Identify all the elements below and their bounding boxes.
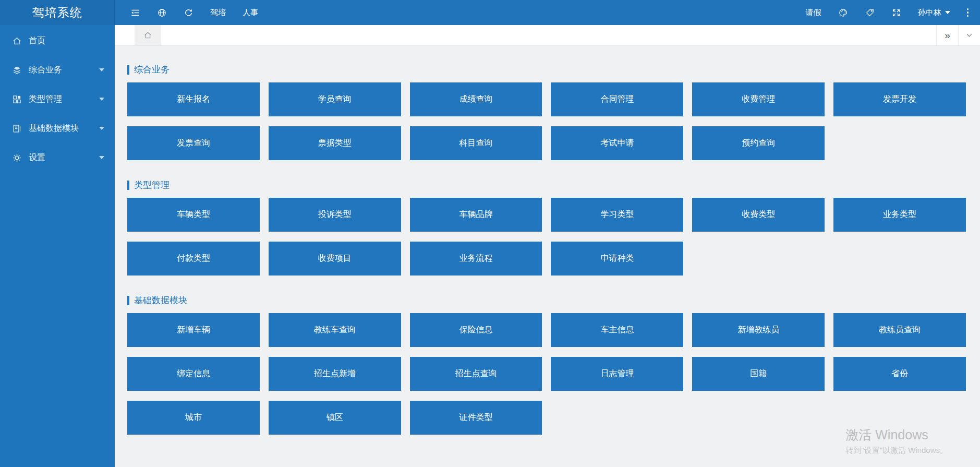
module-button[interactable]: 合同管理 [551,82,683,116]
module-button[interactable]: 收费管理 [692,82,825,116]
caret-down-icon [99,127,104,130]
more-menu-button[interactable] [959,0,977,25]
module-button[interactable]: 学员查询 [269,82,401,116]
refresh-icon [184,8,193,18]
topbar-nav-jiapei[interactable]: 驾培 [202,0,234,25]
module-button[interactable]: 国籍 [692,357,825,391]
module-button[interactable]: 收费项目 [269,242,401,276]
module-button[interactable]: 申请种类 [551,242,683,276]
module-button[interactable]: 教练车查询 [269,313,401,347]
module-button[interactable]: 保险信息 [410,313,542,347]
module-button[interactable]: 新增教练员 [692,313,825,347]
layers-icon [11,65,22,75]
section-title: 类型管理 [127,179,966,191]
module-button-grid: 新生报名学员查询成绩查询合同管理收费管理发票开发发票查询票据类型科目查询考试申请… [127,82,966,160]
sidebar-collapse-button[interactable] [122,0,149,25]
section-title-bar [127,181,129,190]
sidebar-item-label: 首页 [29,35,104,46]
double-arrow-right-icon: » [945,30,950,41]
module-button[interactable]: 车辆类型 [127,198,260,232]
module-button[interactable]: 绑定信息 [127,357,260,391]
sidebar-menu: 首页综合业务类型管理基础数据模块设置 [0,25,115,172]
module-button[interactable]: 证件类型 [410,401,542,435]
theme-button[interactable] [830,0,856,25]
leave-label: 请假 [806,8,821,18]
tab-scroll-right-button[interactable]: » [936,25,958,45]
caret-down-icon [99,156,104,159]
watermark-subtitle: 转到"设置"以激活 Windows。 [845,446,948,456]
section-title-bar [127,65,129,75]
module-button[interactable]: 业务流程 [410,242,542,276]
home-icon [143,31,152,40]
app-logo: 驾培系统 [0,0,115,25]
leave-request-button[interactable]: 请假 [797,0,830,25]
app-window: 驾培系统 首页综合业务类型管理基础数据模块设置 [0,0,980,467]
user-menu[interactable]: 孙中林 [910,0,959,25]
module-button[interactable]: 日志管理 [551,357,683,391]
section-title: 基础数据模块 [127,294,966,306]
module-button[interactable]: 发票查询 [127,126,260,160]
module-button[interactable]: 教练员查询 [833,313,966,347]
section-types: 类型管理车辆类型投诉类型车辆品牌学习类型收费类型业务类型付款类型收费项目业务流程… [127,179,966,276]
tabbar-spacer [161,25,936,45]
username-label: 孙中林 [918,8,941,18]
palette-icon [838,8,848,18]
section-basedata: 基础数据模块新增车辆教练车查询保险信息车主信息新增教练员教练员查询绑定信息招生点… [127,294,966,435]
topbar-spacer [267,0,797,25]
module-button[interactable]: 成绩查询 [410,82,542,116]
module-button[interactable]: 考试申请 [551,126,683,160]
module-button[interactable]: 科目查询 [410,126,542,160]
fullscreen-icon [891,8,901,18]
module-button[interactable]: 城市 [127,401,260,435]
module-button[interactable]: 票据类型 [269,126,401,160]
module-button[interactable]: 付款类型 [127,242,260,276]
section-title-label: 综合业务 [134,64,170,76]
module-button[interactable]: 省份 [833,357,966,391]
module-button[interactable]: 业务类型 [833,198,966,232]
tag-button[interactable] [856,0,883,25]
sidebar-item-basedata[interactable]: 基础数据模块 [0,114,115,143]
tabbar: » [115,25,980,46]
module-button[interactable]: 学习类型 [551,198,683,232]
module-button[interactable]: 招生点新增 [269,357,401,391]
main-column: 驾培 人事 请假 [115,0,980,467]
module-button[interactable]: 招生点查询 [410,357,542,391]
gear-icon [11,152,22,163]
fullscreen-button[interactable] [883,0,910,25]
sidebar-item-types[interactable]: 类型管理 [0,85,115,114]
tag-icon [865,8,875,18]
module-button[interactable]: 预约查询 [692,126,825,160]
module-button[interactable]: 新生报名 [127,82,260,116]
nav-label: 驾培 [210,8,226,18]
topbar-nav-renshi[interactable]: 人事 [234,0,267,25]
refresh-button[interactable] [175,0,202,25]
section-title-label: 类型管理 [134,179,170,191]
language-button[interactable] [149,0,175,25]
module-button[interactable]: 收费类型 [692,198,825,232]
topbar: 驾培 人事 请假 [115,0,980,25]
section-title-label: 基础数据模块 [134,294,187,306]
fold-icon [130,8,140,18]
sidebar-item-label: 设置 [29,152,99,163]
tab-home[interactable] [135,25,161,45]
module-button[interactable]: 镇区 [269,401,401,435]
caret-down-icon [945,11,950,14]
chevron-down-icon [965,31,973,39]
module-icon [11,123,22,134]
sidebar-item-home[interactable]: 首页 [0,26,115,55]
module-button[interactable]: 车辆品牌 [410,198,542,232]
module-button[interactable]: 新增车辆 [127,313,260,347]
module-button[interactable]: 车主信息 [551,313,683,347]
sidebar-item-settings[interactable]: 设置 [0,143,115,172]
sidebar-item-business[interactable]: 综合业务 [0,55,115,85]
content-sections: 综合业务新生报名学员查询成绩查询合同管理收费管理发票开发发票查询票据类型科目查询… [127,64,966,435]
sidebar-item-label: 综合业务 [29,65,99,76]
module-button[interactable]: 投诉类型 [269,198,401,232]
module-button[interactable]: 发票开发 [833,82,966,116]
caret-down-icon [99,98,104,101]
home-icon [11,35,22,46]
module-button-grid: 车辆类型投诉类型车辆品牌学习类型收费类型业务类型付款类型收费项目业务流程申请种类 [127,198,966,276]
more-vertical-icon [967,8,969,17]
sidebar-item-label: 基础数据模块 [29,123,99,134]
tab-actions-dropdown[interactable] [958,25,980,45]
